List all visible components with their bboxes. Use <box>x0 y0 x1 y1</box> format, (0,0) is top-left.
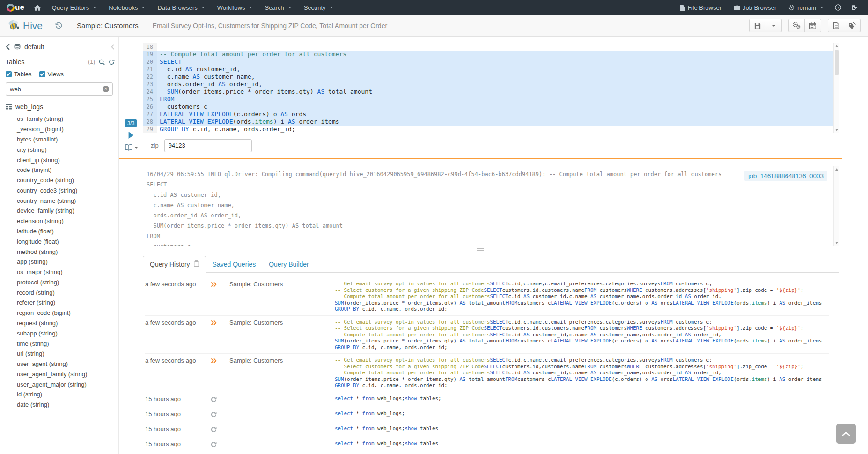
table-column[interactable]: extension (string) <box>6 216 115 226</box>
table-column[interactable]: protocol (string) <box>6 277 115 288</box>
navbar-menu-security[interactable]: Security <box>298 0 339 15</box>
table-column[interactable]: country_name (string) <box>6 195 115 206</box>
refresh-tables-button[interactable] <box>109 59 115 65</box>
log-scrollbar[interactable] <box>833 166 839 246</box>
navbar-menu-data-browsers[interactable]: Data Browsers <box>151 0 211 15</box>
document-title[interactable]: Sample: Customers <box>77 22 139 30</box>
editor-line[interactable]: 28LATERAL VIEW EXPLODE(ords.items) i AS … <box>143 118 839 126</box>
table-column[interactable]: date (string) <box>6 400 115 410</box>
filter-tables-checkbox[interactable]: Tables <box>6 71 32 78</box>
save-more-button[interactable] <box>765 19 782 32</box>
editor-line[interactable]: 29GROUP BY c.id, c.name, ords.order_id; <box>143 126 839 133</box>
back-button[interactable] <box>6 44 10 50</box>
search-tables-button[interactable] <box>99 59 105 65</box>
history-row[interactable]: 15 hours agoselect * from web_logs;show … <box>145 392 829 407</box>
table-column[interactable]: _version_ (bigint) <box>6 124 115 134</box>
execute-button[interactable] <box>128 132 134 139</box>
table-entry[interactable]: web_logs <box>6 103 115 111</box>
editor-line[interactable]: 21 c.id AS customer_id, <box>143 66 839 73</box>
app-name[interactable]: Hive <box>23 20 43 31</box>
code-editor[interactable]: 1819-- Compute total amount per order fo… <box>143 43 839 133</box>
table-column[interactable]: bytes (smallint) <box>6 134 115 145</box>
history-doc-name[interactable]: Sample: Customers <box>229 281 335 288</box>
table-column[interactable]: time (string) <box>6 338 115 349</box>
table-column[interactable]: country_code3 (string) <box>6 185 115 195</box>
editor-line[interactable]: 25FROM <box>143 96 839 103</box>
tab-query-history[interactable]: Query History <box>143 256 206 273</box>
user-menu[interactable]: romain <box>782 0 830 15</box>
table-column[interactable]: latitude (float) <box>6 226 115 237</box>
history-row[interactable]: 15 hours agoselect * from web_logs;show … <box>145 452 829 454</box>
help-button[interactable]: ? <box>830 0 846 15</box>
table-column[interactable]: url (string) <box>6 349 115 359</box>
editor-line[interactable]: 24 SUM(order_items.price * order_items.q… <box>143 88 839 96</box>
table-name[interactable]: web_logs <box>15 103 43 111</box>
table-column[interactable]: region_code (bigint) <box>6 308 115 318</box>
history-sql[interactable]: select * from web_logs;show tables; <box>335 395 829 402</box>
editor-line[interactable]: 20SELECT <box>143 58 839 66</box>
resize-handle-bottom[interactable] <box>119 246 842 253</box>
history-sql[interactable]: -- Get email survey opt-in values for al… <box>335 357 829 389</box>
table-column[interactable]: method (string) <box>6 246 115 257</box>
editor-line[interactable]: 26 customers c <box>143 103 839 111</box>
query-history-button[interactable] <box>55 22 63 30</box>
editor-line[interactable]: 23 ords.order_id AS order_id, <box>143 81 839 88</box>
reference-book-button[interactable] <box>125 144 138 151</box>
table-column[interactable]: client_ip (string) <box>6 155 115 165</box>
navbar-menu-notebooks[interactable]: Notebooks <box>103 0 151 15</box>
variable-input[interactable] <box>164 139 252 152</box>
table-column[interactable]: request (string) <box>6 318 115 328</box>
logout-button[interactable] <box>846 0 863 15</box>
tab-saved-queries[interactable]: Saved Queries <box>206 256 263 272</box>
table-column[interactable]: country_code (string) <box>6 175 115 186</box>
history-sql[interactable]: select * from web_logs;show tables <box>335 425 829 432</box>
table-column[interactable]: longitude (float) <box>6 236 115 246</box>
table-filter-input[interactable] <box>6 82 113 96</box>
navbar-menu-search[interactable]: Search <box>258 0 297 15</box>
save-button[interactable] <box>749 19 765 32</box>
history-sql[interactable]: -- Get email survey opt-in values for al… <box>335 281 829 313</box>
table-column[interactable]: device_family (string) <box>6 206 115 216</box>
clear-search-icon[interactable]: × <box>103 86 109 92</box>
editor-line[interactable]: 27LATERAL VIEW EXPLODE(c.orders) o AS or… <box>143 111 839 118</box>
history-row[interactable]: a few seconds agoSample: Customers-- Get… <box>145 354 829 392</box>
job-browser-link[interactable]: Job Browser <box>728 0 782 15</box>
history-doc-name[interactable]: Sample: Customers <box>229 357 335 364</box>
history-doc-name[interactable]: Sample: Customers <box>229 319 335 326</box>
schedule-button[interactable] <box>805 19 821 32</box>
history-row[interactable]: 15 hours agoselect * from web_logs; <box>145 407 829 422</box>
editor-scrollbar[interactable] <box>833 43 839 133</box>
table-column[interactable]: city (string) <box>6 144 115 155</box>
hue-logo[interactable]: ue <box>0 3 29 12</box>
tags-button[interactable] <box>844 19 861 32</box>
table-column[interactable]: os_major (string) <box>6 267 115 277</box>
table-column[interactable]: id (string) <box>6 389 115 400</box>
navbar-menu-workflows[interactable]: Workflows <box>211 0 259 15</box>
table-column[interactable]: user_agent_major (string) <box>6 379 115 389</box>
table-column[interactable]: app (string) <box>6 257 115 267</box>
file-browser-link[interactable]: File Browser <box>674 0 728 15</box>
history-sql[interactable]: select * from web_logs;show tables <box>335 440 829 447</box>
job-link[interactable]: job_1461888648136_0003 <box>744 171 827 181</box>
editor-line[interactable]: 22 c.name AS customer_name, <box>143 73 839 81</box>
table-column[interactable]: referer (string) <box>6 298 115 308</box>
scroll-down-arrow-icon[interactable] <box>835 129 838 131</box>
scroll-up-arrow-icon[interactable] <box>835 168 838 171</box>
filter-views-checkbox[interactable]: Views <box>39 71 64 78</box>
tables-checkbox-input[interactable] <box>6 71 12 77</box>
home-button[interactable] <box>29 0 46 15</box>
scroll-up-arrow-icon[interactable] <box>835 45 838 47</box>
new-document-button[interactable] <box>828 19 844 32</box>
history-row[interactable]: 15 hours agoselect * from web_logs;show … <box>145 437 829 452</box>
table-column[interactable]: code (tinyint) <box>6 165 115 175</box>
tab-query-builder[interactable]: Query Builder <box>262 256 316 272</box>
table-column[interactable]: subapp (string) <box>6 328 115 338</box>
editor-line[interactable]: 18 <box>143 43 839 51</box>
history-sql[interactable]: -- Get email survey opt-in values for al… <box>335 319 829 351</box>
table-column[interactable]: user_agent (string) <box>6 359 115 369</box>
settings-button[interactable] <box>788 19 805 32</box>
scrollbar-thumb[interactable] <box>835 50 839 75</box>
resize-handle-top[interactable] <box>119 159 842 166</box>
editor-line[interactable]: 19-- Compute total amount per order for … <box>143 51 839 58</box>
views-checkbox-input[interactable] <box>39 71 45 77</box>
